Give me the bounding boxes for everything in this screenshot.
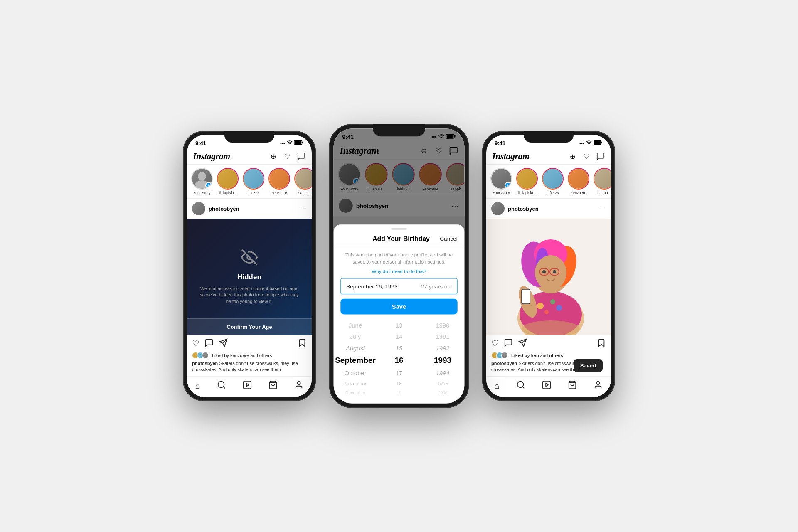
phone-left: 9:41 ▪▪▪ Instagram ⊕ ♡: [183, 131, 316, 401]
profile-nav-right[interactable]: [594, 380, 603, 392]
picker-months-col[interactable]: June July August September October Novem…: [334, 320, 377, 397]
story-4-left[interactable]: sapph...: [294, 168, 312, 195]
post-likes-left: Liked by kenzoere and others: [187, 351, 312, 360]
status-time-right: 9:41: [495, 140, 505, 146]
profile-nav-left[interactable]: [294, 380, 303, 392]
svg-marker-46: [546, 383, 548, 386]
notch-right: [524, 131, 574, 143]
story-avatar-3-left: [268, 168, 290, 190]
picker-month-6: December: [334, 388, 377, 397]
picker-day-0: 13: [377, 320, 421, 331]
post-more-left[interactable]: ···: [299, 204, 307, 213]
wifi-icon-right: [586, 140, 592, 146]
caption-username-right: photosbyen: [491, 361, 517, 366]
story-label-1-left: lil_lapislа...: [219, 191, 237, 195]
picker-month-5: November: [334, 379, 377, 388]
heart-icon-right[interactable]: ♡: [582, 152, 591, 161]
svg-point-23: [537, 303, 544, 309]
reels-nav-right[interactable]: [542, 380, 551, 392]
confirm-age-bar[interactable]: Confirm Your Age: [187, 318, 312, 335]
sheet-why-link[interactable]: Why do I need to do this?: [334, 268, 465, 274]
heart-icon-left[interactable]: ♡: [283, 152, 292, 161]
svg-rect-19: [594, 141, 601, 144]
notch-left: [224, 131, 274, 143]
share-icon-left[interactable]: [219, 338, 228, 350]
story-your-right[interactable]: + Your Story: [490, 168, 512, 195]
story-4-right[interactable]: sapph...: [594, 168, 611, 195]
likes-avatars-right: [491, 352, 508, 359]
birthday-sheet: Add Your Birthday Cancel This won't be p…: [334, 224, 465, 403]
story-avatar-2-right: [542, 168, 564, 190]
like-icon-left[interactable]: ♡: [192, 338, 200, 350]
sheet-cancel-button[interactable]: Cancel: [440, 236, 457, 242]
home-nav-right[interactable]: ⌂: [495, 381, 500, 391]
picker-days-col[interactable]: 13 14 15 16 17 18 19: [377, 320, 421, 397]
picker-year-5: 1995: [421, 379, 465, 388]
messenger-icon-right[interactable]: [596, 152, 605, 161]
share-icon-right[interactable]: [518, 338, 527, 350]
hidden-title: Hidden: [237, 273, 261, 281]
ig-header-icons-left: ⊕ ♡: [268, 152, 306, 161]
bookmark-icon-left[interactable]: [298, 338, 307, 350]
comment-icon-left[interactable]: [204, 338, 214, 350]
bottom-nav-right: ⌂: [486, 376, 611, 397]
home-nav-left[interactable]: ⌂: [195, 381, 200, 391]
story-your-left[interactable]: + Your Story: [191, 168, 213, 195]
picker-day-5: 18: [377, 379, 421, 388]
eye-slash-icon: [241, 249, 258, 269]
story-avatar-2-left: [243, 168, 264, 190]
story-3-right[interactable]: kenzoere: [568, 168, 589, 195]
story-1-right[interactable]: lil_lapislа...: [516, 168, 538, 195]
battery-icon-left: [294, 140, 303, 146]
svg-marker-11: [246, 383, 249, 386]
picker-month-1: July: [334, 331, 377, 342]
post-actions-right: ♡: [486, 335, 611, 351]
svg-point-43: [517, 382, 524, 388]
story-1-left[interactable]: lil_lapislа...: [217, 168, 239, 195]
search-nav-right[interactable]: [516, 380, 525, 392]
picker-year-2: 1992: [421, 342, 465, 354]
post-actions-left: ♡: [187, 335, 312, 351]
post-more-right[interactable]: ···: [598, 204, 606, 213]
story-avatar-1-left: [217, 168, 239, 190]
status-icons-right: ▪▪▪: [579, 140, 603, 146]
story-label-1-right: lil_lapislа...: [518, 191, 536, 195]
shop-nav-left[interactable]: [268, 380, 278, 392]
wifi-icon-left: [287, 140, 293, 146]
bookmark-icon-right[interactable]: [597, 338, 606, 350]
svg-point-48: [596, 382, 599, 384]
add-post-icon-left[interactable]: ⊕: [268, 152, 278, 161]
bottom-nav-left: ⌂: [187, 376, 312, 397]
svg-rect-45: [543, 381, 550, 389]
shop-nav-right[interactable]: [568, 380, 577, 392]
search-nav-left[interactable]: [217, 380, 226, 392]
picker-years-col[interactable]: 1990 1991 1992 1993 1994 1995 1996: [421, 320, 465, 397]
sheet-date-value: September 16, 1993: [346, 283, 398, 290]
picker-day-1: 14: [377, 331, 421, 342]
likes-text-left: Liked by kenzoere and others: [212, 353, 272, 358]
picker-month-3: September: [334, 354, 377, 367]
story-plus-icon-right: +: [505, 182, 511, 189]
story-2-left[interactable]: lofti323: [243, 168, 264, 195]
svg-point-13: [297, 382, 300, 384]
likes-text-right: Liked by ken and others: [511, 353, 563, 358]
caption-username-left: photosbyen: [192, 361, 218, 366]
story-2-right[interactable]: lofti323: [542, 168, 564, 195]
post-actions-left-group-right: ♡: [491, 338, 527, 350]
svg-rect-1: [302, 142, 303, 144]
messenger-icon-left[interactable]: [297, 152, 306, 161]
reels-nav-left[interactable]: [243, 380, 252, 392]
person-photo: [486, 219, 611, 335]
add-post-icon-right[interactable]: ⊕: [568, 152, 577, 161]
story-plus-icon-left: +: [205, 182, 212, 189]
svg-point-25: [556, 305, 562, 311]
comment-icon-right[interactable]: [504, 338, 513, 350]
stories-row-right: + Your Story lil_lapislа... lofti323: [486, 165, 611, 199]
post-caption-left: photosbyen Skaters don't use crosswalks,…: [187, 360, 312, 377]
like-icon-right[interactable]: ♡: [491, 338, 499, 350]
sheet-date-input[interactable]: September 16, 1993 27 years old: [340, 278, 457, 294]
story-3-left[interactable]: kenzoere: [268, 168, 290, 195]
story-label-2-left: lofti323: [247, 191, 259, 195]
sheet-save-button[interactable]: Save: [340, 299, 457, 315]
post-avatar-right: [491, 202, 505, 215]
